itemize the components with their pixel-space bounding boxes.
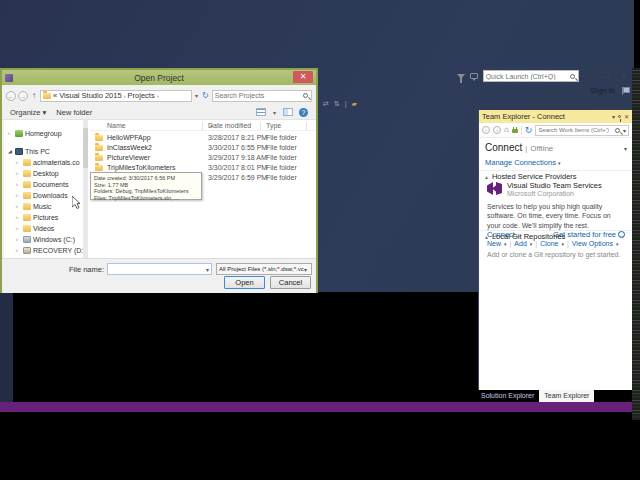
nav-item-music[interactable]: ▹ Music (16, 201, 51, 211)
up-button[interactable]: ↑ (30, 91, 38, 100)
toolbar-glyph-icon[interactable]: ⇅ (334, 100, 340, 108)
breadcrumb-item[interactable]: Visual Studio 2015 (59, 91, 121, 100)
expand-arrow-icon[interactable]: ▹ (16, 214, 21, 220)
search-work-items-input[interactable] (536, 127, 615, 133)
dialog-title: Open Project (2, 73, 316, 83)
breadcrumb[interactable]: « Visual Studio 2015 › Projects › (40, 90, 192, 102)
expand-arrow-icon[interactable]: ▹ (16, 247, 21, 253)
git-add-link[interactable]: Add (514, 240, 526, 247)
refresh-icon[interactable]: ↻ (201, 91, 210, 100)
manage-connections-link[interactable]: Manage Connections ▾ (485, 158, 561, 167)
connection-status: Offline (530, 144, 553, 153)
dialog-close-button[interactable]: ✕ (293, 71, 313, 83)
expand-arrow-icon[interactable]: ▹ (16, 225, 21, 231)
expand-arrow-icon[interactable]: ▹ (16, 181, 21, 187)
vsts-name: Visual Studio Team Services (507, 181, 602, 190)
nav-item-recovery-d[interactable]: ▹ RECOVERY (D:) (16, 245, 86, 255)
address-dropdown-icon[interactable]: ▾ (194, 92, 199, 99)
collapse-section-icon[interactable]: ▲ (484, 174, 489, 180)
nav-item-acimaterials[interactable]: ▹ acimaterials.co (16, 157, 80, 167)
chevron-down-icon[interactable]: ▾ (206, 266, 209, 273)
view-dropdown-icon[interactable]: ▾ (272, 109, 277, 116)
nav-item-pictures[interactable]: ▹ Pictures (16, 212, 58, 222)
open-button[interactable]: Open (224, 276, 265, 289)
toolbar-glyph-icon[interactable]: ⇄ (323, 100, 329, 108)
forward-icon[interactable]: › (493, 126, 501, 134)
git-new-link[interactable]: New (487, 240, 501, 247)
dialog-toolbar: Organize ▾ New folder ▾ ? (2, 105, 316, 120)
new-folder-button[interactable]: New folder (56, 108, 92, 117)
sign-in-link[interactable]: Sign in (591, 86, 615, 95)
file-row[interactable]: HelloWPFApp 3/28/2017 8:21 PM File folde… (90, 133, 316, 143)
nav-item-this-pc[interactable]: ◢ This PC (8, 146, 50, 156)
column-type[interactable]: Type (266, 122, 281, 129)
forward-button[interactable]: → (18, 91, 28, 101)
nav-scrollbar[interactable] (83, 120, 88, 258)
tab-solution-explorer[interactable]: Solution Explorer (476, 390, 539, 402)
drive-icon (23, 236, 31, 243)
restore-button[interactable]: ❐ (599, 70, 612, 82)
file-type-filter[interactable]: All Project Files (*.sln;*.dsw;*.vc ▾ (216, 263, 312, 275)
column-name[interactable]: Name (107, 122, 126, 129)
mouse-cursor (72, 196, 81, 209)
git-view-options-link[interactable]: View Options (572, 240, 613, 247)
notifications-flag-icon[interactable] (621, 87, 629, 95)
toolbar-tool-icon[interactable]: ▰ (352, 100, 357, 108)
pin-icon[interactable] (618, 115, 621, 118)
dialog-footer: File name: ▾ All Project Files (*.sln;*.… (2, 258, 316, 293)
pictures-icon (23, 214, 31, 221)
documents-icon (23, 181, 31, 188)
back-icon[interactable]: ‹ (482, 126, 490, 134)
breadcrumb-item[interactable]: Projects (128, 91, 155, 100)
chevron-down-icon: ▾ (304, 266, 307, 273)
nav-item-homegroup[interactable]: ▹ Homegroup (8, 128, 62, 138)
connect-plug-icon[interactable] (512, 127, 518, 134)
quick-launch-input[interactable] (484, 73, 570, 80)
nav-item-videos[interactable]: ▹ Videos (16, 223, 54, 233)
nav-item-desktop[interactable]: ▹ Desktop (16, 168, 59, 178)
close-panel-icon[interactable]: ✕ (624, 113, 629, 120)
nav-item-documents[interactable]: ▹ Documents (16, 179, 68, 189)
expand-arrow-icon[interactable]: ▹ (16, 170, 21, 176)
help-icon[interactable]: ? (299, 108, 308, 117)
expand-arrow-icon[interactable]: ▹ (8, 130, 13, 136)
cancel-button[interactable]: Cancel (270, 276, 311, 289)
folder-icon (95, 155, 103, 161)
change-view-icon[interactable] (256, 108, 266, 116)
close-window-button[interactable]: ✕ (617, 70, 630, 82)
nav-scrollbar-thumb[interactable] (83, 128, 88, 168)
back-button[interactable]: ← (6, 91, 16, 101)
file-name-input[interactable] (108, 266, 206, 273)
team-explorer-titlebar[interactable]: Team Explorer - Connect ▾ ✕ (479, 110, 632, 123)
quick-launch-box (483, 70, 579, 82)
nav-item-downloads[interactable]: ▹ Downloads (16, 190, 68, 200)
chevron-down-icon[interactable]: ▾ (623, 127, 626, 134)
file-name-combo: ▾ (107, 263, 212, 275)
feedback-icon[interactable] (470, 73, 478, 79)
expand-arrow-icon[interactable]: ▹ (16, 192, 21, 198)
organize-button[interactable]: Organize ▾ (10, 108, 46, 117)
chevron-down-icon[interactable]: ▾ (624, 145, 627, 152)
expand-arrow-icon[interactable]: ▹ (16, 159, 21, 165)
dock-tabs: Solution Explorer Team Explorer (476, 390, 594, 402)
collapse-arrow-icon[interactable]: ◢ (8, 148, 13, 154)
folder-icon (95, 165, 103, 171)
file-row[interactable]: PictureViewer 3/29/2017 9:18 AM File fol… (90, 153, 316, 163)
drive-icon (23, 247, 31, 254)
preview-pane-icon[interactable] (283, 108, 293, 116)
dialog-titlebar[interactable]: Open Project ✕ (2, 70, 316, 85)
tab-team-explorer[interactable]: Team Explorer (539, 390, 594, 402)
home-icon[interactable]: ⌂ (504, 126, 509, 134)
collapse-section-icon[interactable]: ▲ (484, 234, 489, 240)
expand-arrow-icon[interactable]: ▹ (16, 203, 21, 209)
nav-item-windows-c[interactable]: ▹ Windows (C:) (16, 234, 75, 244)
file-row[interactable]: InClassWeek2 3/30/2017 6:55 PM File fold… (90, 143, 316, 153)
refresh-icon[interactable]: ↻ (525, 126, 533, 135)
git-clone-link[interactable]: Clone (540, 240, 558, 247)
column-date-modified[interactable]: Date modified (208, 122, 251, 129)
window-position-icon[interactable]: ▾ (612, 113, 615, 120)
search-projects-input[interactable] (213, 92, 303, 99)
minimize-button[interactable]: – (584, 70, 594, 82)
expand-arrow-icon[interactable]: ▹ (16, 236, 21, 242)
feedback-filter-icon[interactable] (457, 74, 465, 79)
